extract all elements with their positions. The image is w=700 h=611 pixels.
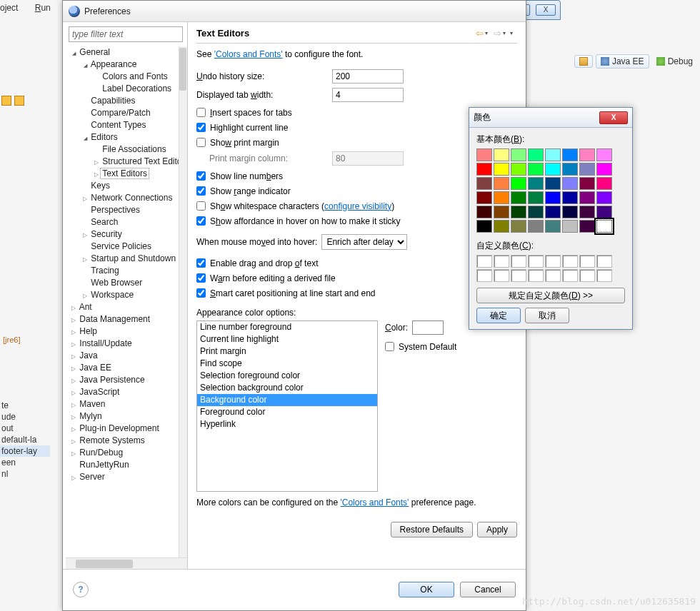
color-swatch[interactable] [476,148,492,161]
color-swatch[interactable] [494,220,509,233]
color-swatch[interactable] [579,220,595,233]
color-swatch-button[interactable] [412,320,444,335]
tree-arrow-icon[interactable] [81,132,89,144]
color-option-item[interactable]: Hyperlink [197,418,377,430]
line-numbers-checkbox[interactable] [196,171,206,181]
insert-spaces-checkbox[interactable] [196,108,206,117]
color-option-item[interactable]: Foreground color [197,406,377,418]
tree-item[interactable]: Web Browser [66,277,179,289]
tree-arrow-icon[interactable] [70,47,77,59]
color-swatch[interactable] [596,163,612,176]
tree-item[interactable]: Structured Text Editors [66,156,179,168]
color-swatch[interactable] [545,206,561,218]
page-menu-icon[interactable]: ▾ [510,30,513,36]
tree-arrow-icon[interactable] [81,193,89,205]
tree-item[interactable]: Compare/Patch [66,107,179,119]
tree-arrow-icon[interactable] [70,387,77,399]
tree-item[interactable]: Security [66,228,179,241]
color-swatch[interactable] [579,148,595,161]
warn-derived-checkbox[interactable] [196,273,206,283]
color-swatch[interactable] [511,148,526,161]
custom-color-swatch[interactable] [528,255,544,268]
color-picker-titlebar[interactable]: 颜色 X [469,108,632,128]
tree-item[interactable]: Install/Update [66,338,179,350]
color-swatch[interactable] [494,163,509,176]
tree-item[interactable]: Data Management [66,313,179,325]
color-swatch[interactable] [545,177,561,190]
tree-arrow-icon[interactable] [70,363,77,375]
custom-color-swatch[interactable] [562,255,578,268]
color-swatch[interactable] [511,191,526,204]
color-swatch[interactable] [562,148,578,161]
tree-hscrollbar[interactable] [66,557,187,569]
tree-arrow-icon[interactable] [70,326,77,338]
tree-item[interactable]: Content Types [66,119,179,131]
tree-arrow-icon[interactable] [70,350,77,363]
tree-arrow-icon[interactable] [70,302,77,314]
hover-select[interactable]: Enrich after delay [321,234,407,250]
tree-item[interactable]: Appearance [66,59,179,71]
color-cancel-button[interactable]: 取消 [525,308,569,323]
color-swatch[interactable] [562,163,578,176]
custom-color-swatch[interactable] [596,269,612,282]
color-swatch[interactable] [545,191,561,204]
cancel-button[interactable]: Cancel [460,582,516,597]
color-swatch[interactable] [562,191,578,204]
dialog-titlebar[interactable]: Preferences [63,1,526,22]
tree-arrow-icon[interactable] [70,338,77,350]
color-swatch[interactable] [596,206,612,218]
menu-run[interactable]: Run [35,3,51,13]
custom-color-swatch[interactable] [545,269,561,282]
custom-color-swatch[interactable] [528,269,544,282]
filter-input[interactable] [69,26,183,42]
tree-arrow-icon[interactable] [93,156,100,168]
color-swatch[interactable] [528,191,544,204]
color-option-item[interactable]: Current line highlight [197,333,377,345]
smart-caret-checkbox[interactable] [196,288,206,298]
custom-color-swatch[interactable] [596,255,612,268]
tree-item[interactable]: Java EE [66,362,179,374]
color-swatch[interactable] [596,220,612,233]
define-custom-button[interactable]: 规定自定义颜色(D) >> [476,288,625,303]
custom-color-swatch[interactable] [494,255,509,268]
color-swatch[interactable] [528,206,544,218]
color-swatch[interactable] [494,206,509,218]
collapse-icon[interactable] [1,96,11,106]
tree-item[interactable]: Startup and Shutdown [66,253,179,265]
tree-item[interactable]: Editors [66,131,179,143]
color-swatch[interactable] [579,191,595,204]
color-swatch[interactable] [596,148,612,161]
range-indicator-checkbox[interactable] [196,186,206,196]
whitespace-checkbox[interactable] [196,201,206,211]
colors-fonts-link[interactable]: 'Colors and Fonts' [214,49,283,59]
color-options-list[interactable]: Line number foregroundCurrent line highl… [196,320,378,492]
color-option-item[interactable]: Print margin [197,345,377,358]
configure-visibility-link[interactable]: configure visibility [324,201,391,211]
color-swatch[interactable] [562,206,578,218]
restore-defaults-button[interactable]: Restore Defaults [391,522,473,537]
menu-project[interactable]: oject [0,3,25,13]
system-default-checkbox[interactable] [385,342,394,351]
color-swatch[interactable] [511,206,526,218]
more-colors-link[interactable]: 'Colors and Fonts' [340,498,409,508]
tree-arrow-icon[interactable] [70,448,77,460]
tree-item[interactable]: Help [66,325,179,338]
tree-arrow-icon[interactable] [81,253,89,266]
color-swatch[interactable] [562,220,578,233]
tree-item[interactable]: JavaScript [66,386,179,398]
custom-color-swatch[interactable] [476,269,492,282]
color-swatch[interactable] [596,191,612,204]
ok-button[interactable]: OK [399,582,454,597]
custom-color-swatch[interactable] [476,255,492,268]
tree-item[interactable]: Remote Systems [66,435,179,447]
tree-item[interactable]: Run/Debug [66,447,179,459]
tree-item[interactable]: Server [66,471,179,483]
tree-scrollbar[interactable] [179,46,187,557]
preferences-tree[interactable]: General Appearance Colors and Fonts Labe… [66,46,187,557]
color-option-item[interactable]: Selection background color [197,382,377,394]
close-button[interactable]: X [536,4,556,16]
nav-back-icon[interactable]: ⇦ [476,28,484,39]
tree-item[interactable]: Network Connections [66,192,179,204]
color-swatch[interactable] [511,177,526,190]
color-option-item[interactable]: Background color [197,394,377,406]
